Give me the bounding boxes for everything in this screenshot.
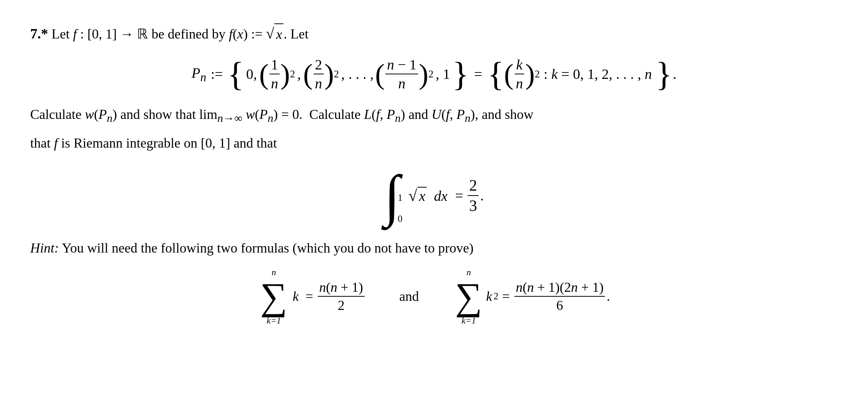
formulas-row: n ∑ k=1 k = n(n + 1) 2 and n ∑ k=1 k2 = … xyxy=(30,267,838,326)
right-brace-2: } xyxy=(656,57,672,91)
left-paren-2: ( xyxy=(303,60,312,88)
cdots: . . . , xyxy=(349,66,374,82)
sum-2-symbol: ∑ xyxy=(455,277,482,316)
sum-1-lower: k=1 xyxy=(267,316,281,326)
frac-k-n: k n xyxy=(514,56,525,92)
left-paren-4: ( xyxy=(504,60,513,88)
problem-number: 7.* xyxy=(30,26,48,42)
frac-1-n: 1 n xyxy=(269,56,280,92)
sum-2-lower: k=1 xyxy=(462,316,476,326)
right-paren-3: ) xyxy=(419,60,428,88)
hint-word: Hint: xyxy=(30,240,59,256)
frac-nn12n1-6: n(n + 1)(2n + 1) 6 xyxy=(514,279,605,313)
page: 7.* Let f : [0, 1] → ℝ be defined by f(x… xyxy=(0,0,868,416)
body-text-1: Calculate w(Pn) and show that limn→∞ w(P… xyxy=(30,103,838,128)
intro-line: 7.* Let f : [0, 1] → ℝ be defined by f(x… xyxy=(30,23,838,45)
right-brace-1: } xyxy=(452,57,469,91)
integral-equation: ∫ 1 0 √x dx = 2 3 . xyxy=(30,170,838,222)
body-text-2: that f is Riemann integrable on [0, 1] a… xyxy=(30,132,838,155)
pn-equation: Pn := { 0, ( 1 n ) 2 , ( 2 n ) 2 , . . .… xyxy=(30,56,838,92)
right-paren-2: ) xyxy=(325,60,334,88)
left-brace: { xyxy=(227,57,244,91)
sqrt-x-integral: √x xyxy=(408,186,427,205)
and-word: and xyxy=(399,288,419,304)
left-paren-1: ( xyxy=(259,60,269,88)
left-paren-3: ( xyxy=(375,60,385,88)
sum-1: n ∑ k=1 xyxy=(260,267,288,326)
formula-2: n ∑ k=1 k2 = n(n + 1)(2n + 1) 6 . xyxy=(453,267,610,326)
frac-2-3: 2 3 xyxy=(468,176,479,215)
hint-text: Hint: You will need the following two fo… xyxy=(30,237,838,260)
sqrt-x-inline: √x xyxy=(266,23,284,45)
frac-2-n: 2 n xyxy=(314,56,324,92)
frac-nn1-2: n(n + 1) 2 xyxy=(318,279,365,313)
sum-1-symbol: ∑ xyxy=(260,277,288,316)
right-paren-1: ) xyxy=(280,60,290,88)
right-paren-4: ) xyxy=(525,60,535,88)
sum-2: n ∑ k=1 xyxy=(455,267,482,326)
frac-n-1-n: n − 1 n xyxy=(385,56,418,92)
formula-1: n ∑ k=1 k = n(n + 1) 2 xyxy=(258,267,365,326)
left-brace-2: { xyxy=(488,57,504,91)
